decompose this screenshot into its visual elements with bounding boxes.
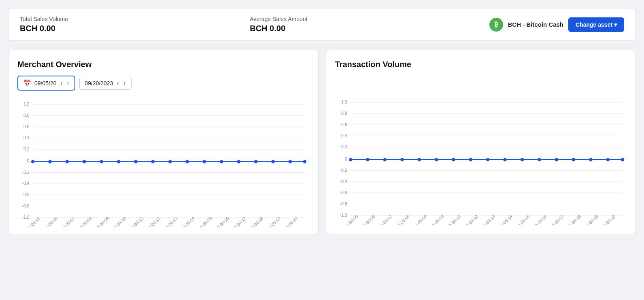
svg-text:-0.2: -0.2 [22,170,29,175]
svg-point-78 [366,158,369,162]
svg-point-84 [469,158,472,162]
svg-text:-0.4: -0.4 [340,179,347,184]
svg-text:0.4: 0.4 [23,135,30,140]
svg-point-30 [168,160,172,164]
svg-point-35 [254,160,257,164]
date-picker-row: 📅 09/05/20 ‹ › 09/20/2023 ‹ › [17,76,309,91]
asset-name: BCH - Bitcoin Cash [508,21,564,28]
svg-point-28 [134,160,137,164]
svg-point-38 [303,160,306,164]
date-from-prev[interactable]: ‹ [60,80,63,86]
svg-point-85 [486,158,489,162]
total-sales-label: Total Sales Volume [20,16,68,22]
date-to-next[interactable]: › [123,80,126,86]
svg-point-33 [220,160,223,164]
svg-point-88 [538,158,541,162]
svg-point-22 [31,160,34,164]
svg-point-81 [417,158,421,162]
transaction-volume-title: Transaction Volume [335,60,627,69]
asset-section: ₿ BCH - Bitcoin Cash Change asset ▾ [489,17,624,32]
merchant-overview-card: Merchant Overview 📅 09/05/20 ‹ › 09/20/2… [8,50,319,234]
svg-text:0: 0 [344,156,347,161]
svg-point-26 [100,160,103,164]
svg-text:-0.2: -0.2 [340,168,347,173]
svg-point-77 [349,158,352,162]
svg-point-80 [400,158,404,162]
svg-text:-0.4: -0.4 [22,181,29,186]
svg-point-36 [271,160,274,164]
date-to-box[interactable]: 09/20/2023 ‹ › [79,77,132,90]
date-from-value: 09/05/20 [34,80,57,87]
date-from-next[interactable]: › [66,80,70,86]
svg-text:0.6: 0.6 [341,122,347,127]
svg-text:-0.8: -0.8 [340,201,347,206]
svg-point-27 [117,160,120,164]
date-to-prev[interactable]: ‹ [116,80,119,86]
svg-text:-0.6: -0.6 [340,190,347,195]
svg-point-82 [434,158,438,162]
svg-point-89 [555,158,558,162]
transaction-chart-wrapper: 1.0 0.8 0.6 0.4 0.2 0 -0.2 -0.4 -0.6 -0.… [335,96,627,225]
transaction-line-chart: 1.0 0.8 0.6 0.4 0.2 0 -0.2 -0.4 -0.6 -0.… [335,96,627,225]
svg-point-93 [621,158,624,162]
merchant-line-chart: 1.0 0.8 0.6 0.4 0.2 0 -0.2 -0.4 -0.6 -0.… [17,98,309,227]
svg-text:0.6: 0.6 [23,124,30,129]
svg-text:0.8: 0.8 [23,113,30,118]
asset-icon: ₿ [489,18,503,32]
avg-sales-label: Average Sales Amount [250,16,307,22]
date-from-box[interactable]: 📅 09/05/20 ‹ › [17,76,75,91]
merchant-overview-title: Merchant Overview [17,60,309,69]
svg-point-31 [185,160,189,164]
svg-text:0: 0 [27,158,30,163]
svg-text:-0.8: -0.8 [22,203,29,208]
svg-point-37 [289,160,292,164]
svg-text:-1.0: -1.0 [340,213,347,218]
date-to-value: 09/20/2023 [85,80,113,87]
svg-point-79 [383,158,386,162]
svg-text:0.2: 0.2 [341,144,347,149]
merchant-chart-wrapper: 1.0 0.8 0.6 0.4 0.2 0 -0.2 -0.4 -0.6 -0.… [17,98,309,227]
svg-text:-1.0: -1.0 [22,215,29,220]
charts-row: Merchant Overview 📅 09/05/20 ‹ › 09/20/2… [8,50,636,234]
svg-point-91 [589,158,592,162]
avg-sales-block: Average Sales Amount BCH 0.00 [250,16,307,33]
svg-point-87 [520,158,523,162]
change-asset-button[interactable]: Change asset ▾ [568,17,624,32]
svg-text:0.2: 0.2 [23,146,30,151]
svg-point-25 [83,160,86,164]
svg-point-23 [48,160,51,164]
svg-point-92 [606,158,609,162]
svg-text:1.0: 1.0 [23,101,30,106]
svg-point-24 [66,160,69,164]
svg-point-32 [203,160,206,164]
svg-text:0.8: 0.8 [341,111,347,116]
total-sales-value: BCH 0.00 [20,24,68,33]
svg-point-34 [237,160,240,164]
avg-sales-value: BCH 0.00 [250,24,307,33]
transaction-volume-card: Transaction Volume 1.0 0.8 0.6 0.4 0.2 0… [326,50,636,234]
svg-text:-0.6: -0.6 [22,192,29,197]
stats-card: Total Sales Volume BCH 0.00 Average Sale… [8,8,636,41]
svg-point-90 [572,158,575,162]
total-sales-block: Total Sales Volume BCH 0.00 [20,16,68,33]
svg-point-86 [503,158,506,162]
svg-point-29 [151,160,155,164]
svg-point-83 [452,158,455,162]
svg-text:0.4: 0.4 [341,133,347,138]
calendar-icon: 📅 [23,79,31,87]
svg-text:1.0: 1.0 [341,99,347,104]
